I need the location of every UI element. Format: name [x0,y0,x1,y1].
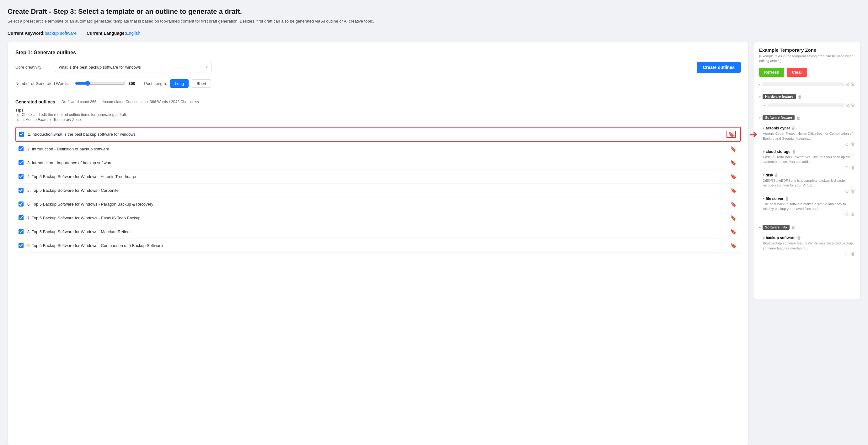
edit-info-0[interactable]: ⊙ [845,251,849,256]
collapse-sw-3[interactable]: ▾ [763,197,765,200]
outline-text-6: 6. Top 5 Backup Software for Windows - P… [27,202,725,207]
edit-btn-hw-sub[interactable]: ⊙ [846,103,849,108]
del-sw-0[interactable]: 🗑 [851,142,855,147]
outline-checkbox-4[interactable] [19,174,24,179]
del-sw-2[interactable]: 🗑 [851,189,855,194]
hardware-feature-tag: Hardware feature [763,94,796,99]
right-panel-subtitle: (Example texts in the temporal saving ar… [759,54,855,64]
collapse-sw-0[interactable]: ▾ [763,127,765,130]
blurred-bar-1 [763,82,844,86]
tree-row-1: ▾ ⊙ 🗑 [759,82,855,87]
keyword-label: Current Keyword: [7,31,44,36]
collapse-icon-info[interactable]: ▾ [759,226,761,229]
slider-row: Number of Generated Words: 300 Post Leng… [16,79,741,88]
del-sw-3[interactable]: 🗑 [851,212,855,217]
bookmark-icon-2: 🔖 [730,146,737,152]
delete-sw-3[interactable]: 🗑 [785,196,789,201]
delete-sw-0[interactable]: 🗑 [792,126,796,131]
sw-sub-0: ▾ acronis cyber 🗑 Acronis Cyber Protect … [759,125,855,148]
sw-sub-text-1: EaseUS Todo BackupWhat We Like Lets you … [763,155,855,165]
collapse-icon-sw[interactable]: ▾ [759,116,761,120]
delete-info-0[interactable]: 🗑 [797,235,801,240]
outline-checkbox-5[interactable] [19,188,24,193]
bookmark-btn-2[interactable]: 🔖 [729,145,738,152]
edit-sw-2[interactable]: ⊙ [845,189,849,194]
accumulated-consumption: Accumulated Consumption: 366 Words / 204… [103,100,199,104]
outline-checkbox-2[interactable] [19,146,24,151]
btn-length-short[interactable]: Short [192,79,211,88]
outlines-section-title: Generated outlines [16,99,55,104]
collapse-sw-2[interactable]: ▾ [763,173,765,177]
collapse-icon-hw-sub[interactable]: ▾ [764,104,766,107]
bookmark-icon-7: 🔖 [730,215,737,220]
core-creativity-select[interactable]: what is the best backup software for win… [55,62,212,72]
delete-btn-hw[interactable]: 🗑 [798,94,802,99]
collapse-info-0[interactable]: ▾ [763,236,765,240]
tip-2: □: Add to Example Temporary Zone [22,117,741,122]
edit-sw-3[interactable]: ⊙ [845,212,849,217]
delete-sw-2[interactable]: 🗑 [774,173,779,178]
bookmark-btn-5[interactable]: 🔖 [729,187,738,194]
edit-sw-1[interactable]: ⊙ [845,165,849,170]
edit-btn-1[interactable]: ⊙ [846,82,849,87]
outline-checkbox-3[interactable] [19,160,24,165]
outline-text-2: 2. Introduction - Definition of backup s… [27,147,725,151]
sw-sub-actions-3: ⊙ 🗑 [763,212,855,217]
outline-item-8: 8. Top 5 Backup Software for Windows - M… [16,225,741,239]
bookmark-btn-4[interactable]: 🔖 [729,173,738,180]
create-outlines-button[interactable]: Create outlines [697,62,741,73]
outline-item-2: 2. Introduction - Definition of backup s… [16,142,741,156]
hw-sub-row: ▾ ⊙ 🗑 [759,103,855,108]
delete-btn-1[interactable]: 🗑 [851,82,855,87]
sw-sub-actions-0: ⊙ 🗑 [763,142,855,147]
slider-container: 300 [75,81,138,86]
language-value[interactable]: English [126,31,140,36]
delete-btn-sw[interactable]: 🗑 [797,115,801,120]
bookmark-icon-8: 🔖 [730,229,737,234]
outline-checkbox-8[interactable] [19,229,24,234]
core-creativity-label: Core creativity: [16,65,50,70]
post-length-group: Post Length: Long Short [144,79,211,88]
delete-sw-1[interactable]: 🗑 [792,149,796,154]
divider-1 [16,94,741,94]
clear-button[interactable]: Clear [787,68,807,77]
edit-sw-0[interactable]: ⊙ [845,142,849,147]
info-sub-title-0: ▾ backup software 🗑 [763,235,855,240]
outline-text-7: 7. Top 5 Backup Software for Windows - E… [27,216,725,220]
sw-sub-text-2: 2)BDRSuiteBDRSuite is a complete backup … [763,178,855,188]
outline-checkbox-9[interactable] [19,243,24,248]
delete-btn-info[interactable]: 🗑 [792,225,796,230]
bookmark-btn-1[interactable]: 🔖 [725,131,737,138]
outline-checkbox-1[interactable] [19,132,24,137]
sw-sub-title-3: ▾ file server 🗑 [763,196,855,201]
words-label: Number of Generated Words: [16,81,69,86]
collapse-icon-hw[interactable]: ▾ [759,95,761,99]
outline-checkbox-6[interactable] [19,202,24,207]
sw-sub-text-3: The best backup software makes it simple… [763,202,855,211]
keyword-bar: Current Keyword:backup software, Current… [7,31,861,36]
bookmark-btn-8[interactable]: 🔖 [729,228,738,235]
keyword-value[interactable]: backup software [44,31,76,36]
page-title: Create Draft - Step 3: Select a template… [7,7,861,16]
bookmark-btn-9[interactable]: 🔖 [729,242,738,249]
collapse-sw-1[interactable]: ▾ [763,150,765,153]
software-feature-tag: Software feature [763,115,795,120]
btn-length-long[interactable]: Long [170,79,189,88]
delete-btn-hw-sub[interactable]: 🗑 [851,103,855,108]
bookmark-btn-7[interactable]: 🔖 [729,214,738,221]
sw-sub-title-0: ▾ acronis cyber 🗑 [763,126,855,131]
words-slider[interactable] [75,81,125,86]
sw-subsections: ▾ acronis cyber 🗑 Acronis Cyber Protect … [759,125,855,218]
bookmark-btn-6[interactable]: 🔖 [729,201,738,208]
temp-section-hardware: ▾ Hardware feature 🗑 ▾ ⊙ 🗑 [759,93,855,111]
bookmark-btn-3[interactable]: 🔖 [729,159,738,166]
del-sw-1[interactable]: 🗑 [851,165,855,170]
step-title: Step 1: Generate outlines [16,50,741,56]
outline-checkbox-7[interactable] [19,215,24,220]
del-info-0[interactable]: 🗑 [851,251,855,256]
info-sub-actions-0: ⊙ 🗑 [763,251,855,256]
refresh-button[interactable]: Refresh [759,68,784,77]
outline-text-1: 1.Introduction:what is the best backup s… [28,132,721,137]
software-info-tag: Software info [763,225,789,230]
collapse-icon-1[interactable]: ▾ [759,83,761,86]
